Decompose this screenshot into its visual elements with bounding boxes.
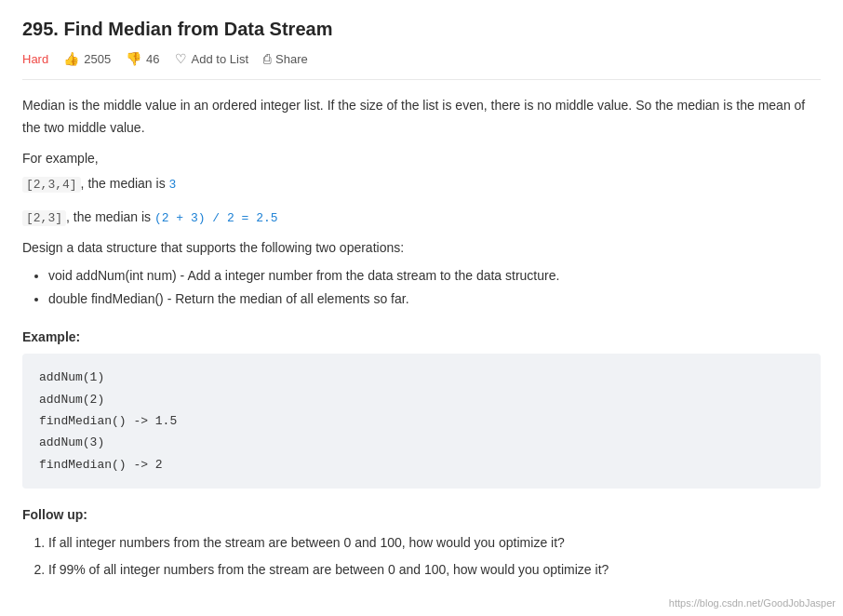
thumbs-down-icon: 👎 — [126, 51, 141, 66]
heart-icon: ♡ — [175, 51, 187, 66]
code-block: addNum(1) addNum(2) findMedian() -> 1.5 … — [22, 354, 821, 489]
example2-expr: (2 + 3) / 2 = 2.5 — [154, 211, 278, 225]
followup1: If all integer numbers from the stream a… — [48, 531, 821, 555]
add-to-list-label: Add to List — [192, 52, 248, 66]
downvote-button[interactable]: 👎 46 — [126, 51, 159, 66]
operation2: double findMedian() - Return the median … — [48, 288, 821, 311]
example2-text: , the median is — [66, 209, 154, 224]
problem-title: 295. Find Median from Data Stream — [22, 19, 821, 40]
upvote-button[interactable]: 👍 2505 — [63, 51, 111, 66]
watermark: https://blog.csdn.net/GoodJobJasper — [669, 597, 836, 609]
example1-line: [2,3,4], the median is 3 — [22, 173, 821, 195]
example2-line: [2,3], the median is (2 + 3) / 2 = 2.5 — [22, 207, 821, 229]
description: Median is the middle value in an ordered… — [22, 95, 821, 140]
operation1: void addNum(int num) - Add a integer num… — [48, 264, 821, 288]
difficulty-badge: Hard — [22, 52, 48, 66]
code-line-3: findMedian() -> 1.5 — [39, 410, 804, 432]
followup-title: Follow up: — [22, 507, 821, 522]
code-line-2: addNum(2) — [39, 389, 804, 410]
for-example-label: For example, — [22, 151, 821, 166]
add-to-list-button[interactable]: ♡ Add to List — [175, 51, 248, 66]
code-line-5: findMedian() -> 2 — [39, 454, 804, 475]
followup-list: If all integer numbers from the stream a… — [22, 531, 821, 582]
upvote-count: 2505 — [84, 52, 111, 66]
code-line-4: addNum(3) — [39, 432, 804, 453]
example-section-title: Example: — [22, 329, 821, 344]
downvote-count: 46 — [146, 52, 159, 66]
example1-text: , the median is — [81, 176, 169, 191]
followup2: If 99% of all integer numbers from the s… — [48, 558, 821, 582]
example1-value: 3 — [169, 178, 177, 192]
thumbs-up-icon: 👍 — [63, 51, 79, 66]
share-icon: ⎙ — [263, 51, 271, 66]
share-label: Share — [275, 52, 308, 66]
design-text: Design a data structure that supports th… — [22, 240, 821, 255]
operations-list: void addNum(int num) - Add a integer num… — [22, 264, 821, 311]
meta-bar: Hard 👍 2505 👎 46 ♡ Add to List ⎙ Share — [22, 51, 821, 80]
code-line-1: addNum(1) — [39, 367, 804, 388]
share-button[interactable]: ⎙ Share — [263, 51, 308, 66]
example2-code: [2,3] — [22, 210, 66, 226]
example1-code: [2,3,4] — [22, 177, 81, 193]
